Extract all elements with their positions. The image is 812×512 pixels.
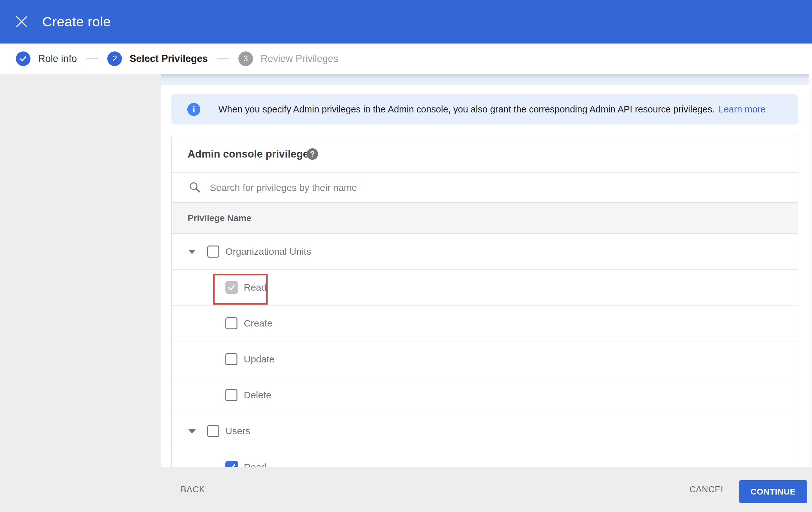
privilege-row-users[interactable]: Users [172, 413, 798, 449]
footer-bar: BACK CANCEL CONTINUE [0, 467, 812, 512]
info-icon: i [187, 103, 200, 116]
step-select-privileges[interactable]: 2 Select Privileges [107, 51, 208, 66]
privileges-card: Admin console privileges ? Privilege Nam… [171, 135, 799, 467]
card-header: Admin console privileges ? [172, 135, 798, 173]
step-role-info[interactable]: Role info [16, 51, 77, 66]
left-panel [0, 74, 161, 467]
organizational-units-checkbox[interactable] [207, 245, 219, 258]
help-icon[interactable]: ? [307, 148, 318, 160]
privilege-row-read[interactable]: Read [172, 270, 798, 305]
check-icon [227, 283, 236, 292]
collapse-triangle-icon[interactable] [188, 250, 196, 254]
privilege-label[interactable]: Users [225, 426, 250, 436]
privilege-label[interactable]: Read [244, 462, 267, 467]
step-number-badge: 2 [107, 51, 122, 66]
table-column-header: Privilege Name [172, 203, 798, 234]
dialog-title: Create role [42, 0, 111, 44]
info-banner: i When you specify Admin privileges in t… [171, 94, 799, 125]
banner-text: When you specify Admin privileges in the… [219, 104, 715, 115]
step-label: Role info [38, 53, 77, 64]
privilege-row-users-read[interactable]: Read [172, 449, 798, 467]
step-complete-check-icon [16, 51, 30, 66]
search-icon [188, 181, 201, 195]
continue-button[interactable]: CONTINUE [739, 480, 807, 503]
delete-checkbox[interactable] [225, 389, 237, 401]
create-role-dialog: Create role Role info 2 Select Privilege… [0, 0, 812, 512]
scrolled-content-edge [161, 74, 809, 84]
close-icon [14, 14, 29, 29]
close-button[interactable] [14, 14, 29, 29]
privilege-label[interactable]: Organizational Units [225, 246, 311, 257]
search-input[interactable] [209, 173, 750, 203]
step-number-badge: 3 [238, 51, 253, 66]
step-connector [217, 58, 230, 59]
app-bar: Create role [0, 0, 812, 44]
back-button[interactable]: BACK [174, 480, 211, 499]
update-checkbox[interactable] [225, 353, 237, 365]
step-connector [86, 58, 98, 59]
privilege-label[interactable]: Update [244, 354, 274, 365]
privilege-label[interactable]: Create [244, 318, 272, 329]
check-icon [227, 463, 236, 467]
create-checkbox[interactable] [225, 317, 237, 329]
learn-more-link[interactable]: Learn more [719, 104, 766, 115]
read-checkbox-checked[interactable] [225, 461, 238, 467]
step-review-privileges[interactable]: 3 Review Privileges [238, 51, 338, 66]
read-checkbox-checked-disabled[interactable] [225, 281, 238, 294]
cancel-button[interactable]: CANCEL [683, 480, 732, 499]
column-header-label: Privilege Name [187, 213, 252, 223]
step-label: Select Privileges [129, 53, 208, 64]
privilege-label[interactable]: Delete [244, 390, 271, 401]
scrollbar-track[interactable] [809, 74, 812, 467]
step-label: Review Privileges [261, 53, 338, 64]
stepper: Role info 2 Select Privileges 3 Review P… [0, 44, 812, 74]
privilege-label[interactable]: Read [244, 282, 267, 293]
privilege-row-update[interactable]: Update [172, 342, 798, 377]
privilege-row-delete[interactable]: Delete [172, 377, 798, 413]
card-title: Admin console privileges [187, 135, 315, 172]
privilege-row-organizational-units[interactable]: Organizational Units [172, 234, 798, 270]
privilege-search-row [172, 173, 798, 203]
content-area: i When you specify Admin privileges in t… [161, 74, 809, 467]
users-checkbox[interactable] [207, 425, 219, 437]
collapse-triangle-icon[interactable] [188, 429, 196, 434]
privilege-row-create[interactable]: Create [172, 305, 798, 342]
